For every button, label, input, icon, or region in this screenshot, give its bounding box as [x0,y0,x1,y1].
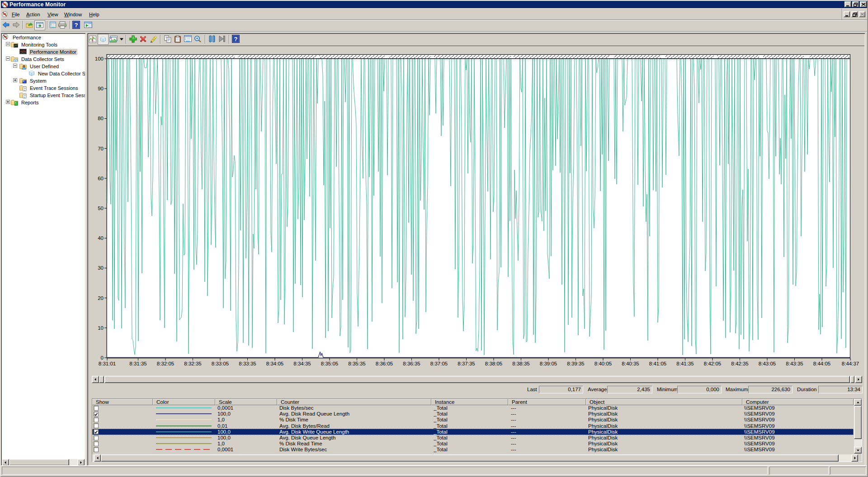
svg-text:8:36:05: 8:36:05 [376,361,393,366]
svg-text:8:41:05: 8:41:05 [649,361,666,366]
svg-text:8:44:37: 8:44:37 [842,361,859,366]
svg-text:8:38:05: 8:38:05 [485,361,502,366]
svg-text:20: 20 [98,295,104,301]
svg-text:8:33:05: 8:33:05 [212,361,229,366]
svg-text:8:37:05: 8:37:05 [430,361,448,366]
svg-text:8:41:35: 8:41:35 [676,361,693,366]
svg-text:8:34:05: 8:34:05 [266,361,283,366]
svg-text:8:32:05: 8:32:05 [157,361,174,366]
svg-text:100: 100 [95,56,104,61]
svg-text:8:43:35: 8:43:35 [786,361,803,366]
svg-text:8:42:35: 8:42:35 [731,361,748,366]
svg-text:8:37:35: 8:37:35 [458,361,475,366]
svg-text:60: 60 [98,176,104,181]
svg-text:8:44:05: 8:44:05 [813,361,830,366]
svg-text:80: 80 [98,116,104,121]
svg-text:8:31:35: 8:31:35 [129,361,146,366]
svg-text:8:33:35: 8:33:35 [239,361,256,366]
svg-text:8:31:01: 8:31:01 [99,361,116,366]
svg-text:8:43:05: 8:43:05 [759,361,776,366]
svg-text:90: 90 [98,86,104,91]
svg-text:0: 0 [101,355,104,360]
svg-text:40: 40 [98,235,104,241]
svg-text:8:40:05: 8:40:05 [594,361,612,366]
svg-text:8:35:05: 8:35:05 [321,361,338,366]
svg-text:8:39:35: 8:39:35 [567,361,584,366]
svg-text:8:40:35: 8:40:35 [622,361,639,366]
svg-text:8:39:05: 8:39:05 [540,361,557,366]
svg-text:8:35:35: 8:35:35 [348,361,365,366]
svg-text:50: 50 [98,206,104,211]
svg-text:8:42:05: 8:42:05 [704,361,721,366]
svg-text:10: 10 [98,325,104,331]
svg-text:8:38:35: 8:38:35 [512,361,529,366]
svg-text:8:34:35: 8:34:35 [293,361,311,366]
svg-text:70: 70 [98,146,104,151]
svg-text:8:32:35: 8:32:35 [184,361,201,366]
svg-text:30: 30 [98,265,104,271]
svg-text:8:36:35: 8:36:35 [403,361,420,366]
